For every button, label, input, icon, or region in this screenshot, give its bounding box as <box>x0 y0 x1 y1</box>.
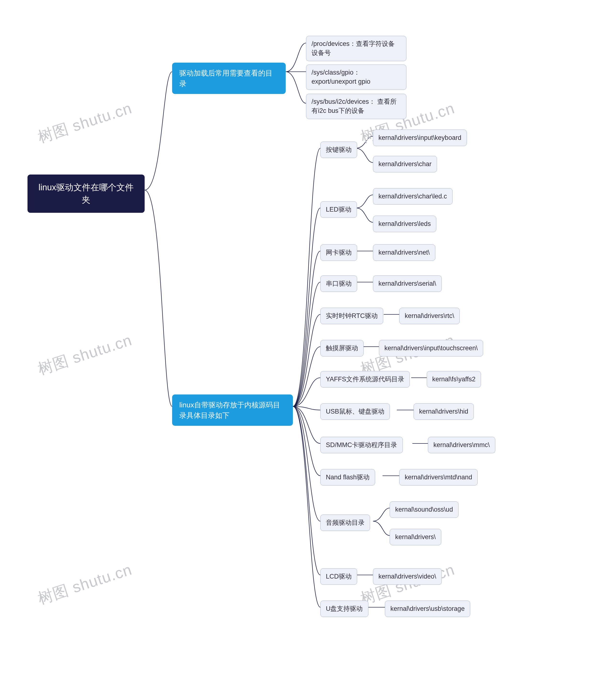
leaf-net-0[interactable]: kernal\drivers\net\ <box>373 244 435 261</box>
leaf-text: kernal\drivers\rtc\ <box>405 311 454 321</box>
cat-nand[interactable]: Nand flash驱动 <box>320 469 375 486</box>
leaf-sys-gpio[interactable]: /sys/class/gpio：export/unexport gpio <box>306 65 406 90</box>
cat-usbhid[interactable]: USB鼠标、键盘驱动 <box>320 403 390 420</box>
leaf-text: kernal\drivers\video\ <box>378 572 436 581</box>
cat-label: 实时时钟RTC驱动 <box>326 311 378 321</box>
leaf-sdmmc-0[interactable]: kernal\drivers\mmc\ <box>428 437 495 453</box>
mindmap-canvas: 树图 shutu.cn 树图 shutu.cn 树图 shutu.cn 树图 s… <box>0 0 612 700</box>
leaf-text: kernal\drivers\char <box>378 159 432 169</box>
cat-sdmmc[interactable]: SD/MMC卡驱动程序目录 <box>320 437 403 453</box>
cat-serial[interactable]: 串口驱动 <box>320 276 357 292</box>
leaf-usbhid-0[interactable]: kernal\drivers\hid <box>414 403 474 420</box>
leaf-yaffs-0[interactable]: kernal\fs\yaffs2 <box>427 371 481 388</box>
leaf-led-1[interactable]: kernal\drivers\leds <box>373 216 436 232</box>
cat-label: YAFFS文件系统源代码目录 <box>326 375 404 384</box>
watermark: 树图 shutu.cn <box>35 98 135 148</box>
leaf-audio-1[interactable]: kernal\drivers\ <box>390 529 441 545</box>
cat-net[interactable]: 网卡驱动 <box>320 244 357 261</box>
leaf-text: kernal\drivers\mtd\nand <box>405 473 472 482</box>
topic-view-dirs[interactable]: 驱动加载后常用需要查看的目录 <box>172 62 286 94</box>
cat-lcd[interactable]: LCD驱动 <box>320 568 357 585</box>
cat-keypad[interactable]: 按键驱动 <box>320 141 357 158</box>
cat-label: U盘支持驱动 <box>326 604 363 614</box>
cat-label: 音频驱动目录 <box>326 518 365 528</box>
leaf-text: kernal\drivers\usb\storage <box>390 604 465 614</box>
topic-label: linux自带驱动存放于内核源码目录具体目录如下 <box>179 400 286 421</box>
leaf-nand-0[interactable]: kernal\drivers\mtd\nand <box>399 469 478 486</box>
leaf-touch-0[interactable]: kernal\drivers\input\touchscreen\ <box>379 340 483 356</box>
leaf-text: kernal\sound\oss\ud <box>395 505 453 514</box>
cat-label: 网卡驱动 <box>326 248 352 257</box>
cat-label: 按键驱动 <box>326 145 352 154</box>
leaf-text: kernal\drivers\leds <box>378 219 431 228</box>
cat-led[interactable]: LED驱动 <box>320 201 357 218</box>
leaf-text: /proc/devices：查看字符设备设备号 <box>311 40 401 58</box>
leaf-serial-0[interactable]: kernal\drivers\serial\ <box>373 276 442 292</box>
topic-kernel-drivers[interactable]: linux自带驱动存放于内核源码目录具体目录如下 <box>172 394 293 426</box>
cat-label: 触摸屏驱动 <box>326 344 358 353</box>
cat-label: USB鼠标、键盘驱动 <box>326 407 385 416</box>
leaf-text: kernal\drivers\input\touchscreen\ <box>385 344 478 353</box>
leaf-audio-0[interactable]: kernal\sound\oss\ud <box>390 501 459 518</box>
leaf-keypad-1[interactable]: kernal\drivers\char <box>373 156 437 172</box>
leaf-usbstorage-0[interactable]: kernal\drivers\usb\storage <box>385 601 470 617</box>
leaf-sys-i2c[interactable]: /sys/bus/i2c/devices： 查看所有i2c bus下的设备 <box>306 94 406 119</box>
cat-touch[interactable]: 触摸屏驱动 <box>320 340 364 356</box>
leaf-led-0[interactable]: kernal\drivers\char\led.c <box>373 188 453 205</box>
leaf-keypad-0[interactable]: kernal\drivers\input\keyboard <box>373 129 467 146</box>
topic-label: 驱动加载后常用需要查看的目录 <box>179 68 279 89</box>
leaf-proc-devices[interactable]: /proc/devices：查看字符设备设备号 <box>306 36 406 61</box>
leaf-text: /sys/bus/i2c/devices： 查看所有i2c bus下的设备 <box>311 97 401 115</box>
root-title: linux驱动文件在哪个文件夹 <box>36 181 137 206</box>
leaf-rtc-0[interactable]: kernal\drivers\rtc\ <box>399 308 460 324</box>
cat-usbstorage[interactable]: U盘支持驱动 <box>320 601 368 617</box>
leaf-text: kernal\drivers\mmc\ <box>433 440 490 450</box>
cat-rtc[interactable]: 实时时钟RTC驱动 <box>320 308 383 324</box>
cat-label: LCD驱动 <box>326 572 352 581</box>
root-node[interactable]: linux驱动文件在哪个文件夹 <box>27 174 145 213</box>
leaf-text: kernal\drivers\serial\ <box>378 279 436 288</box>
leaf-text: kernal\drivers\char\led.c <box>378 192 447 201</box>
leaf-lcd-0[interactable]: kernal\drivers\video\ <box>373 568 442 585</box>
cat-label: SD/MMC卡驱动程序目录 <box>326 440 397 450</box>
cat-audio[interactable]: 音频驱动目录 <box>320 515 370 531</box>
leaf-text: kernal\fs\yaffs2 <box>432 375 475 384</box>
leaf-text: /sys/class/gpio：export/unexport gpio <box>311 68 401 86</box>
leaf-text: kernal\drivers\hid <box>419 407 468 416</box>
cat-label: 串口驱动 <box>326 279 352 288</box>
leaf-text: kernal\drivers\net\ <box>378 248 430 257</box>
cat-label: Nand flash驱动 <box>326 473 370 482</box>
cat-yaffs[interactable]: YAFFS文件系统源代码目录 <box>320 371 410 388</box>
leaf-text: kernal\drivers\ <box>395 532 436 542</box>
watermark: 树图 shutu.cn <box>35 330 135 380</box>
watermark: 树图 shutu.cn <box>35 559 135 609</box>
leaf-text: kernal\drivers\input\keyboard <box>378 133 461 142</box>
cat-label: LED驱动 <box>326 205 351 214</box>
